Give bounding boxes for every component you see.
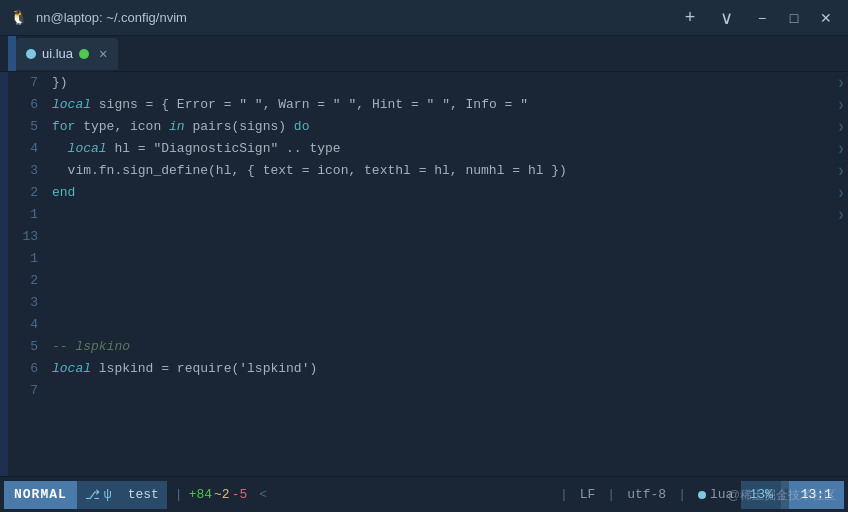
code-token: hl = "DiagnosticSign" .. type bbox=[107, 138, 341, 160]
line-number: 13 bbox=[8, 226, 38, 248]
line-indicator bbox=[834, 226, 848, 248]
code-token: lspkind = require('lspkind') bbox=[91, 358, 317, 380]
code-line bbox=[52, 226, 826, 248]
line-indicator: ❯ bbox=[834, 94, 848, 116]
line-indicator: ❯ bbox=[834, 182, 848, 204]
code-token: pairs(signs) bbox=[185, 116, 294, 138]
code-token bbox=[341, 94, 349, 116]
titlebar-title: nn@laptop: ~/.config/nvim bbox=[36, 10, 668, 25]
line-indicator bbox=[834, 292, 848, 314]
pipe-2: | bbox=[603, 487, 619, 502]
tab-dropdown-button[interactable]: ∨ bbox=[712, 6, 740, 30]
code-token: ", Warn = " bbox=[255, 94, 341, 116]
line-indicator: ❯ bbox=[834, 204, 848, 226]
tab-modified-indicator bbox=[79, 49, 89, 59]
code-line bbox=[52, 204, 826, 226]
code-line: -- lspkino bbox=[52, 336, 826, 358]
code-area[interactable]: })local signs = { Error = " ", Warn = " … bbox=[44, 72, 834, 476]
git-branch-icon: ⎇ bbox=[85, 487, 100, 503]
code-token: vim.fn.sign_define(hl, { text = icon, te… bbox=[52, 160, 567, 182]
separator: | bbox=[171, 487, 187, 502]
line-number: 5 bbox=[8, 116, 38, 138]
maximize-button[interactable]: □ bbox=[780, 6, 808, 30]
close-button[interactable]: ✕ bbox=[812, 6, 840, 30]
code-token: -- lspkino bbox=[52, 336, 130, 358]
left-gutter bbox=[0, 72, 8, 476]
line-number: 3 bbox=[8, 292, 38, 314]
line-number: 4 bbox=[8, 314, 38, 336]
pipe-3: | bbox=[674, 487, 690, 502]
terminal-icon: 🐧 bbox=[8, 8, 28, 28]
status-middle: < bbox=[251, 487, 556, 502]
status-mode: NORMAL bbox=[4, 481, 77, 509]
code-line bbox=[52, 380, 826, 402]
new-tab-button[interactable]: + bbox=[676, 6, 704, 30]
diff-del: -5 bbox=[232, 487, 248, 502]
code-token: ", Info = " bbox=[442, 94, 528, 116]
code-token bbox=[52, 138, 68, 160]
watermark: @稀土掘金技术社区 bbox=[728, 487, 836, 504]
code-token: local bbox=[52, 358, 91, 380]
pipe-1: | bbox=[556, 487, 572, 502]
code-line: local signs = { Error = " ", Warn = " ",… bbox=[52, 94, 826, 116]
git-icon: ψ bbox=[104, 487, 112, 502]
line-indicator bbox=[834, 314, 848, 336]
filetype-dot-icon bbox=[698, 491, 706, 499]
line-indicator bbox=[834, 358, 848, 380]
tab-filename: ui.lua bbox=[42, 46, 73, 61]
tabbar: ui.lua ✕ bbox=[0, 36, 848, 72]
line-numbers: 7654321131234567 bbox=[8, 72, 44, 476]
tab-filetype-icon bbox=[26, 49, 36, 59]
code-line: end bbox=[52, 182, 826, 204]
statusbar: NORMAL ⎇ ψ test | +84 ~2 -5 < | LF | utf… bbox=[0, 476, 848, 512]
code-token: end bbox=[52, 182, 75, 204]
diff-mod: ~2 bbox=[214, 487, 230, 502]
code-token: }) bbox=[52, 72, 68, 94]
code-line: for type, icon in pairs(signs) do bbox=[52, 116, 826, 138]
line-number: 6 bbox=[8, 358, 38, 380]
code-line bbox=[52, 314, 826, 336]
status-sep-arrow: < bbox=[259, 487, 267, 502]
status-encoding: utf-8 bbox=[619, 487, 674, 502]
line-number: 1 bbox=[8, 248, 38, 270]
line-indicator bbox=[834, 270, 848, 292]
line-indicator bbox=[834, 336, 848, 358]
tab-close-button[interactable]: ✕ bbox=[99, 45, 107, 62]
code-token: local bbox=[52, 94, 91, 116]
titlebar: 🐧 nn@laptop: ~/.config/nvim + ∨ − □ ✕ bbox=[0, 0, 848, 36]
code-line bbox=[52, 270, 826, 292]
window-controls: − □ ✕ bbox=[748, 6, 840, 30]
code-token: type, icon bbox=[75, 116, 169, 138]
line-number: 7 bbox=[8, 380, 38, 402]
line-number: 1 bbox=[8, 204, 38, 226]
code-line: local lspkind = require('lspkind') bbox=[52, 358, 826, 380]
code-line bbox=[52, 248, 826, 270]
status-filename: test bbox=[120, 481, 167, 509]
tab-ui-lua[interactable]: ui.lua ✕ bbox=[16, 38, 118, 70]
minimize-button[interactable]: − bbox=[748, 6, 776, 30]
code-line: local hl = "DiagnosticSign" .. type bbox=[52, 138, 826, 160]
line-indicator: ❯ bbox=[834, 160, 848, 182]
code-token: in bbox=[169, 116, 185, 138]
code-token bbox=[434, 94, 442, 116]
editor-area: 7654321131234567 })local signs = { Error… bbox=[0, 72, 848, 476]
line-number: 5 bbox=[8, 336, 38, 358]
code-token: ", Hint = " bbox=[349, 94, 435, 116]
line-indicator bbox=[834, 248, 848, 270]
line-indicator: ❯ bbox=[834, 72, 848, 94]
code-token bbox=[528, 94, 536, 116]
code-token: for bbox=[52, 116, 75, 138]
line-number: 4 bbox=[8, 138, 38, 160]
status-git-section: ⎇ ψ bbox=[77, 481, 120, 509]
line-indicator bbox=[834, 380, 848, 402]
code-line: }) bbox=[52, 72, 826, 94]
code-token: local bbox=[68, 138, 107, 160]
right-indicators: ❯❯❯❯❯❯❯ bbox=[834, 72, 848, 476]
code-token: do bbox=[294, 116, 310, 138]
code-token: signs = { Error = " bbox=[91, 94, 247, 116]
code-line bbox=[52, 292, 826, 314]
line-number: 2 bbox=[8, 270, 38, 292]
status-right: | LF | utf-8 | lua bbox=[556, 487, 741, 502]
line-number: 2 bbox=[8, 182, 38, 204]
code-token bbox=[247, 94, 255, 116]
